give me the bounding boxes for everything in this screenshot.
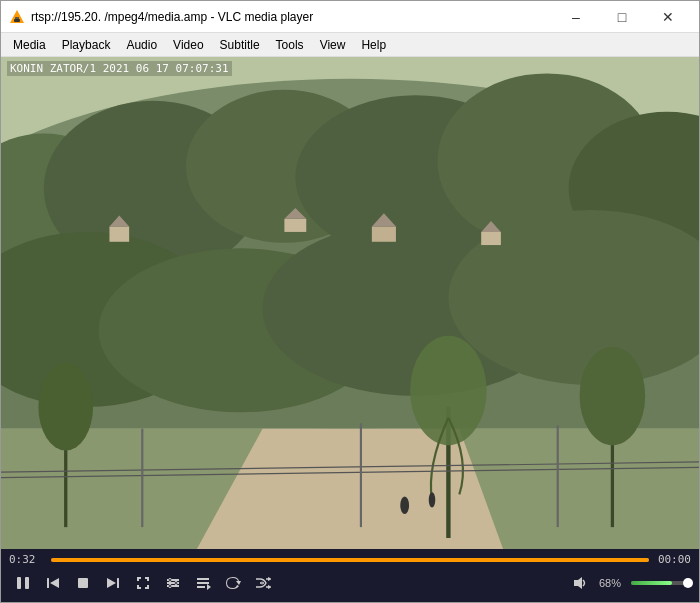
- volume-track[interactable]: [631, 581, 691, 585]
- svg-rect-22: [481, 232, 501, 245]
- controls-bar: 0:32 00:00: [1, 549, 699, 602]
- svg-point-37: [400, 497, 409, 514]
- svg-rect-56: [197, 582, 209, 584]
- menu-media[interactable]: Media: [5, 36, 54, 54]
- extended-icon: [165, 575, 181, 591]
- svg-marker-45: [107, 578, 116, 588]
- svg-rect-20: [372, 226, 396, 241]
- pause-icon: [15, 575, 31, 591]
- close-button[interactable]: ✕: [645, 1, 691, 33]
- svg-marker-42: [50, 578, 59, 588]
- video-area[interactable]: KONIN ZATOR/1 2021 06 17 07:07:31: [1, 57, 699, 549]
- svg-marker-59: [268, 577, 271, 581]
- fullscreen-button[interactable]: [129, 570, 157, 596]
- svg-point-31: [410, 336, 487, 445]
- svg-rect-16: [109, 226, 129, 241]
- title-bar: rtsp://195.20. /mpeg4/media.amp - VLC me…: [1, 1, 699, 33]
- svg-rect-43: [78, 578, 88, 588]
- button-row: 68%: [9, 570, 691, 596]
- svg-point-29: [580, 347, 646, 445]
- menu-tools[interactable]: Tools: [268, 36, 312, 54]
- svg-point-53: [175, 582, 178, 585]
- svg-marker-61: [574, 577, 582, 589]
- volume-label: 68%: [599, 577, 627, 589]
- menu-view[interactable]: View: [312, 36, 354, 54]
- time-total: 00:00: [655, 553, 691, 566]
- svg-point-27: [38, 363, 93, 450]
- video-scene: [1, 57, 699, 549]
- window-controls: – □ ✕: [553, 1, 691, 33]
- time-current: 0:32: [9, 553, 45, 566]
- next-icon: [105, 575, 121, 591]
- progress-fill: [51, 558, 649, 562]
- random-button[interactable]: [249, 570, 277, 596]
- pause-button[interactable]: [9, 570, 37, 596]
- svg-marker-60: [268, 585, 271, 589]
- minimize-button[interactable]: –: [553, 1, 599, 33]
- loop-button[interactable]: [219, 570, 247, 596]
- svg-point-38: [429, 492, 436, 507]
- stop-button[interactable]: [69, 570, 97, 596]
- volume-area: 68%: [567, 570, 691, 596]
- volume-knob: [683, 578, 693, 588]
- loop-icon: [225, 575, 241, 591]
- volume-icon: [573, 575, 589, 591]
- random-icon: [255, 575, 271, 591]
- menu-audio[interactable]: Audio: [118, 36, 165, 54]
- svg-rect-1: [14, 19, 20, 22]
- svg-rect-2: [15, 17, 19, 19]
- menu-playback[interactable]: Playback: [54, 36, 119, 54]
- stop-icon: [75, 575, 91, 591]
- extended-button[interactable]: [159, 570, 187, 596]
- fullscreen-icon: [135, 575, 151, 591]
- window-title: rtsp://195.20. /mpeg4/media.amp - VLC me…: [31, 10, 553, 24]
- progress-track[interactable]: [51, 558, 649, 562]
- prev-icon: [45, 575, 61, 591]
- prev-button[interactable]: [39, 570, 67, 596]
- svg-point-54: [169, 585, 172, 588]
- menu-subtitle[interactable]: Subtitle: [212, 36, 268, 54]
- playlist-button[interactable]: [189, 570, 217, 596]
- svg-point-52: [169, 579, 172, 582]
- svg-rect-40: [25, 577, 29, 589]
- menu-help[interactable]: Help: [353, 36, 394, 54]
- volume-button[interactable]: [567, 570, 595, 596]
- svg-marker-58: [207, 584, 211, 590]
- app-icon: [9, 9, 25, 25]
- vlc-window: rtsp://195.20. /mpeg4/media.amp - VLC me…: [0, 0, 700, 603]
- svg-rect-39: [17, 577, 21, 589]
- menu-video[interactable]: Video: [165, 36, 211, 54]
- menu-bar: Media Playback Audio Video Subtitle Tool…: [1, 33, 699, 57]
- svg-rect-41: [47, 578, 49, 588]
- svg-rect-57: [197, 586, 205, 588]
- svg-rect-44: [117, 578, 119, 588]
- playlist-icon: [195, 575, 211, 591]
- volume-fill: [631, 581, 672, 585]
- svg-rect-18: [284, 219, 306, 232]
- next-button[interactable]: [99, 570, 127, 596]
- svg-rect-55: [197, 578, 209, 580]
- maximize-button[interactable]: □: [599, 1, 645, 33]
- video-overlay: KONIN ZATOR/1 2021 06 17 07:07:31: [7, 61, 232, 76]
- progress-row: 0:32 00:00: [9, 553, 691, 566]
